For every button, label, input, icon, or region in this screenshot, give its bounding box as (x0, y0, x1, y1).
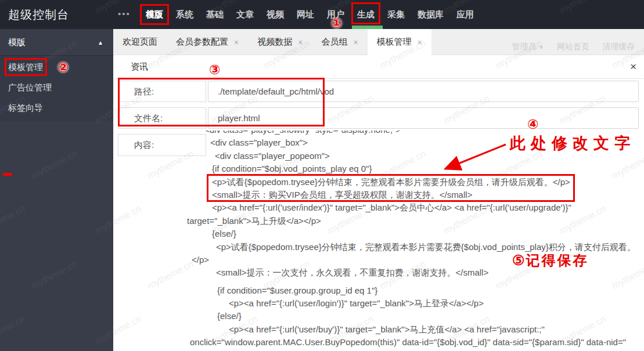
code-line: <p>试看{$popedom.trysee}分钟结束，完整观看本影片需要花费{$… (187, 241, 639, 254)
admin-menu[interactable]: 管理员 ▼ (512, 42, 544, 52)
sidebar-item[interactable]: 模板管理 (0, 57, 113, 77)
filename-input[interactable] (208, 107, 639, 129)
code-line: <div class="player_showtry" style="displ… (187, 131, 639, 136)
code-line: <p><a href="{:url('user/login')}" target… (187, 297, 639, 310)
tab-label: 会员参数配置 (176, 37, 228, 48)
top-nav-item[interactable]: 用户 (321, 0, 351, 29)
code-line: <p><a href="{:url('user/index')}" target… (187, 201, 639, 214)
tab-close-icon[interactable]: × (418, 38, 422, 47)
tab[interactable]: 会员参数配置× (167, 29, 248, 55)
code-line: {else/} (187, 310, 639, 323)
sidebar-section-template[interactable]: 模版 ▲ (0, 29, 113, 56)
tab[interactable]: 欢迎页面 (113, 29, 167, 55)
sidebar: 模版 ▲ 模板管理广告位管理标签向导 (0, 29, 113, 351)
top-nav-item[interactable]: 首页 (139, 0, 170, 29)
panel-header: 资讯 × (113, 55, 644, 79)
code-line: <div class="player_box"> (187, 136, 639, 149)
top-nav-item[interactable]: 视频 (260, 0, 290, 29)
sidebar-item[interactable]: 广告位管理 (0, 77, 113, 97)
app-logo: 超级控制台 (8, 0, 69, 29)
top-nav-item[interactable]: 生成 (351, 0, 381, 29)
top-nav-item[interactable]: 数据库 (411, 0, 450, 29)
top-nav-item[interactable]: 采集 (381, 0, 411, 29)
sidebar-item[interactable]: 标签向导 (0, 97, 113, 118)
tab-close-icon[interactable]: × (298, 38, 303, 47)
close-icon[interactable]: × (630, 55, 636, 78)
top-nav-item[interactable]: 应用 (450, 0, 480, 29)
code-line: onclick="window.parent.MAC.User.BuyPoped… (187, 336, 639, 349)
code-line: {if condition="$obj.vod_points_play eq 0… (187, 162, 639, 175)
code-line: {else/} (187, 227, 639, 240)
code-line: <small>提示：购买VIP会员组，享受超级权限，谢谢支持。</small> (187, 189, 639, 201)
code-line: <small>提示：一次支付，永久观看，不重复扣费，谢谢支持。</small> (187, 266, 639, 279)
site-home-link[interactable]: 网站首页 (557, 42, 589, 52)
panel-title: 资讯 (131, 61, 148, 71)
code-line: target="_blank">马上升级</a></p> (187, 215, 639, 227)
top-nav-item[interactable]: 网址 (290, 0, 321, 29)
admin-console-window: 超级控制台 ••• 首页系统基础文章视频网址用户模版生成采集数据库应用 模版 ▲… (0, 0, 644, 351)
top-nav-item[interactable]: 文章 (230, 0, 260, 29)
code-line: {$param.nid}" data-type="4" data-mid="1"… (187, 349, 639, 351)
annotation-red-dash (3, 173, 12, 176)
header-quick-links: 管理员 ▼ 网站首页 清理缓存 (512, 42, 635, 52)
tab-label: 会员组 (321, 37, 347, 48)
tab[interactable]: 会员组× (312, 29, 367, 55)
path-label: 路径: (118, 81, 206, 102)
top-header-bar: 超级控制台 ••• 首页系统基础文章视频网址用户模版生成采集数据库应用 (0, 0, 644, 29)
content-label: 内容: (118, 134, 206, 156)
tab[interactable]: 模板管理× (368, 29, 431, 55)
tab-close-icon[interactable]: × (353, 38, 358, 47)
top-nav: 首页系统基础文章视频网址用户模版生成采集数据库应用 (139, 0, 480, 29)
code-line: <p><a href="{:url('user/buy')}" target="… (187, 323, 639, 336)
more-menu-icon[interactable]: ••• (118, 0, 131, 27)
top-nav-item[interactable]: 基础 (200, 0, 230, 29)
tab-close-icon[interactable]: × (234, 38, 239, 47)
collapse-arrow-icon: ▲ (98, 30, 103, 56)
chevron-down-icon: ▼ (538, 44, 544, 50)
active-nav-underline (352, 26, 383, 29)
sidebar-item-list: 模板管理广告位管理标签向导 (0, 56, 113, 121)
code-line: {if condition="$user.group.group_id eq 1… (187, 284, 639, 297)
filename-label: 文件名: (118, 107, 206, 129)
sidebar-section-label: 模版 (8, 37, 26, 47)
code-line: </p> (187, 254, 639, 266)
tab-label: 模板管理 (377, 37, 412, 48)
code-line (187, 280, 639, 284)
path-input[interactable] (208, 81, 639, 102)
template-code-editor[interactable]: <div class="player_showtry" style="displ… (187, 131, 639, 351)
tab-label: 欢迎页面 (123, 37, 157, 48)
code-line: <div class="player_popeom"> (187, 150, 639, 162)
top-nav-item[interactable]: 系统 (170, 0, 200, 29)
tab[interactable]: 视频数据× (248, 29, 312, 55)
tab-label: 视频数据 (257, 37, 292, 48)
clear-cache-link[interactable]: 清理缓存 (602, 42, 635, 52)
code-line: <p>试看{$popedom.trysee}分钟结束，完整观看本影片需要升级会员… (187, 176, 639, 189)
